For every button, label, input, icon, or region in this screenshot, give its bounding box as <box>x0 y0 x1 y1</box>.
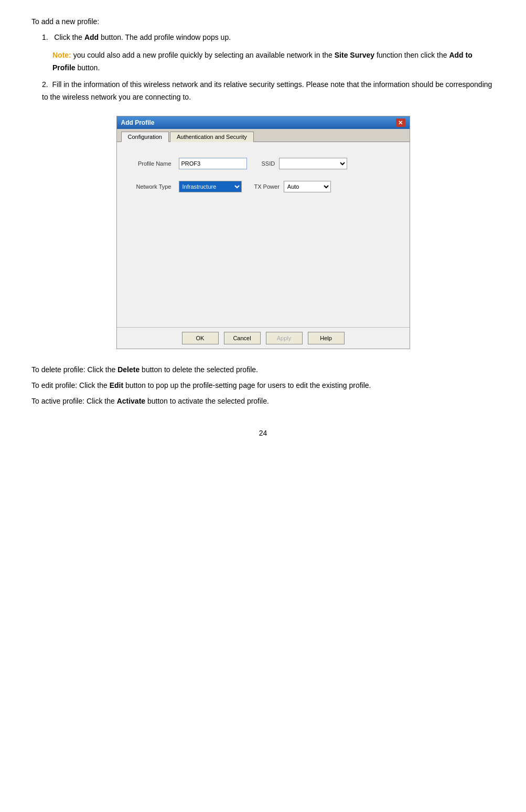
ok-button[interactable]: OK <box>182 332 219 344</box>
dialog-wrapper: Add Profile ✕ Configuration Authenticati… <box>31 116 495 349</box>
cancel-button[interactable]: Cancel <box>224 332 261 344</box>
step2-number: 2. <box>42 80 52 89</box>
delete-prefix: To delete profile: Click the <box>31 365 117 374</box>
delete-suffix: button to delete the selected profile. <box>139 365 258 374</box>
note-text2: function then click the <box>374 51 449 59</box>
tab-configuration[interactable]: Configuration <box>121 132 169 142</box>
help-button[interactable]: Help <box>308 332 345 344</box>
step1-bold: Add <box>84 33 99 41</box>
activate-suffix: button to activate the selected profile. <box>145 397 269 405</box>
profile-name-input[interactable] <box>179 158 247 169</box>
ssid-select[interactable] <box>279 158 347 169</box>
edit-paragraph: To edit profile: Click the Edit button t… <box>31 380 495 392</box>
edit-prefix: To edit profile: Click the <box>31 381 110 389</box>
dialog-body: Profile Name SSID Network Type Infrastru… <box>117 142 410 327</box>
to-add-text: To add a new profile: <box>31 17 99 26</box>
dialog-close-button[interactable]: ✕ <box>396 118 405 127</box>
tx-power-select[interactable]: Auto 100% 75% 50% 25% 12.5% <box>284 181 331 192</box>
tab-auth-security[interactable]: Authentication and Security <box>170 132 254 142</box>
note-block: Note: you could also add a new profile q… <box>52 49 495 74</box>
dialog-tabs: Configuration Authentication and Securit… <box>117 129 410 142</box>
add-profile-dialog: Add Profile ✕ Configuration Authenticati… <box>116 116 410 349</box>
delete-paragraph: To delete profile: Click the Delete butt… <box>31 364 495 376</box>
profile-name-label: Profile Name <box>127 160 175 167</box>
apply-button[interactable]: Apply <box>266 332 303 344</box>
note-label: Note: <box>52 51 71 59</box>
tx-power-label: TX Power <box>254 183 280 190</box>
note-text: you could also add a new profile quickly… <box>71 51 335 59</box>
note-text3: button. <box>76 63 100 72</box>
dialog-footer: OK Cancel Apply Help <box>117 327 410 349</box>
network-type-select[interactable]: Infrastructure Ad Hoc <box>179 181 242 192</box>
edit-bold: Edit <box>110 381 123 389</box>
form-row-2: Network Type Infrastructure Ad Hoc TX Po… <box>127 181 399 192</box>
step1-number: 1. <box>42 33 52 41</box>
activate-bold: Activate <box>117 397 145 405</box>
ssid-label: SSID <box>262 160 275 167</box>
page-number: 24 <box>31 429 495 437</box>
edit-suffix: button to pop up the profile-setting pag… <box>123 381 371 389</box>
delete-bold: Delete <box>117 365 139 374</box>
activate-prefix: To active profile: Click the <box>31 397 117 405</box>
dialog-spacer <box>127 204 399 319</box>
activate-paragraph: To active profile: Click the Activate bu… <box>31 395 495 408</box>
form-row-1: Profile Name SSID <box>127 158 399 169</box>
dialog-title: Add Profile <box>121 119 155 126</box>
step-2: 2. Fill in the information of this wirel… <box>42 79 495 104</box>
note-bold1: Site Survey <box>335 51 374 59</box>
step-1: 1. Click the Add button. The add profile… <box>42 31 495 44</box>
step1-prefix: Click the <box>54 33 84 41</box>
dialog-titlebar: Add Profile ✕ <box>117 116 410 129</box>
step2-text: Fill in the information of this wireless… <box>42 80 492 101</box>
network-type-label: Network Type <box>127 183 175 190</box>
intro-paragraph: To add a new profile: <box>31 16 495 27</box>
step1-suffix: button. The add profile window pops up. <box>99 33 231 41</box>
